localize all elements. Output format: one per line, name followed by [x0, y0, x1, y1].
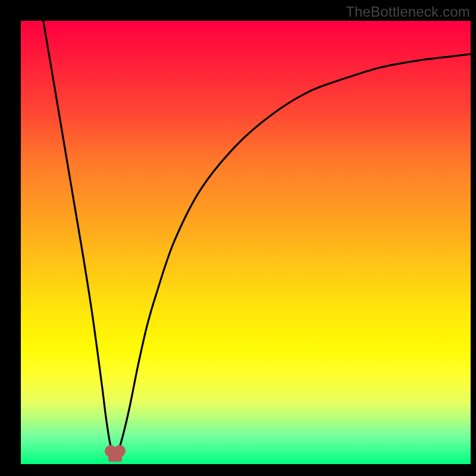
plot-area — [21, 21, 471, 464]
watermark: TheBottleneck.com — [346, 4, 470, 20]
chart-frame: TheBottleneck.com — [0, 0, 476, 476]
curve-layer — [21, 21, 471, 464]
min-marker-bar — [108, 452, 122, 462]
bottleneck-curve — [43, 21, 471, 451]
